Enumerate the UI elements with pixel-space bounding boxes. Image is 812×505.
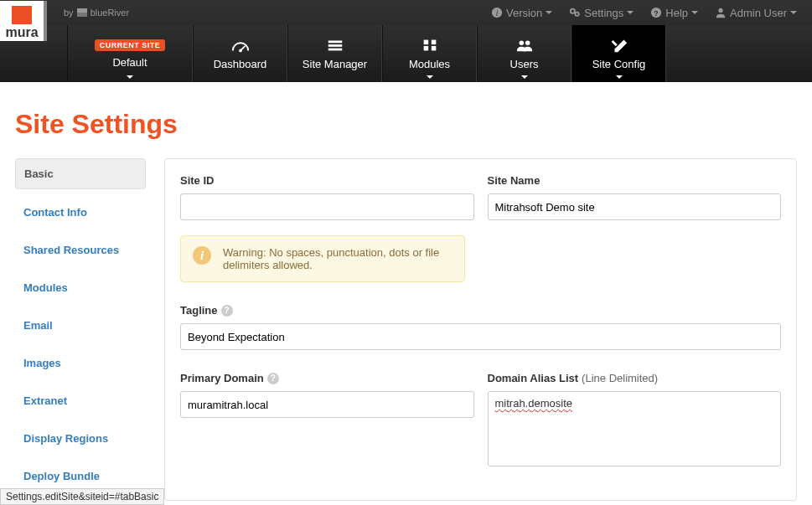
nav-item-site-config[interactable]: Site Config (572, 25, 666, 82)
info-icon: i (193, 246, 211, 265)
nav-label: Site Manager (303, 58, 367, 70)
help-icon[interactable]: ? (267, 373, 279, 384)
svg-rect-10 (328, 44, 342, 47)
svg-rect-13 (431, 39, 436, 44)
svg-text:i: i (496, 8, 499, 18)
svg-rect-15 (431, 45, 436, 50)
current-site-name: Default (112, 56, 147, 69)
blueriver-icon (77, 8, 87, 17)
caret-down-icon (691, 11, 698, 14)
nav-item-dashboard[interactable]: Dashboard (193, 25, 287, 82)
page-title: Site Settings (15, 109, 797, 140)
site-name-input[interactable] (488, 193, 782, 220)
by-label: by blueRiver (64, 8, 129, 18)
help-icon[interactable]: ? (221, 305, 233, 317)
tab-shared-resources[interactable]: Shared Resources (15, 235, 146, 265)
caret-down-icon (790, 11, 797, 14)
brand-logo[interactable]: mura (0, 1, 47, 41)
tab-display-regions[interactable]: Display Regions (15, 424, 146, 453)
caret-down-icon (616, 75, 623, 79)
svg-rect-12 (423, 39, 428, 44)
admin-user-menu[interactable]: Admin User (710, 3, 802, 23)
svg-rect-14 (423, 45, 428, 50)
main-nav: CURRENT SITE Default DashboardSite Manag… (0, 25, 812, 82)
current-site-badge: CURRENT SITE (95, 39, 166, 51)
logo-text: mura (5, 26, 38, 41)
warning-text: Warning: No spaces, punctuation, dots or… (223, 246, 453, 271)
tab-email[interactable]: Email (15, 311, 146, 340)
tab-extranet[interactable]: Extranet (15, 386, 146, 415)
svg-rect-9 (328, 40, 342, 43)
nav-label: Site Config (592, 58, 646, 70)
tab-modules[interactable]: Modules (15, 273, 146, 302)
svg-rect-18 (611, 40, 617, 46)
caret-down-icon (521, 75, 528, 79)
tagline-input[interactable] (180, 323, 781, 350)
current-site-switcher[interactable]: CURRENT SITE Default (67, 25, 193, 82)
info-icon: i (491, 7, 503, 18)
svg-point-16 (519, 40, 524, 45)
primary-domain-input[interactable] (180, 391, 474, 418)
svg-point-6 (718, 8, 722, 13)
logo-square (12, 6, 32, 24)
version-menu[interactable]: i Version (486, 3, 557, 23)
caret-down-icon (127, 75, 133, 79)
site-id-label: Site ID (180, 174, 474, 187)
nav-item-users[interactable]: Users (477, 25, 572, 82)
user-icon (715, 7, 727, 18)
status-bar: Settings.editSite&siteid=#tabBasic (0, 488, 164, 501)
tagline-label: Tagline ? (180, 304, 781, 317)
nav-label: Users (510, 58, 539, 70)
caret-down-icon (546, 11, 552, 14)
site-name-label: Site Name (488, 174, 782, 187)
domain-alias-textarea[interactable]: mitrah.demosite (488, 391, 782, 466)
tab-images[interactable]: Images (15, 348, 146, 378)
tab-contact-info[interactable]: Contact Info (15, 198, 146, 227)
tab-basic[interactable]: Basic (15, 158, 146, 189)
caret-down-icon (427, 75, 433, 79)
gears-icon (569, 7, 581, 18)
nav-label: Modules (409, 58, 450, 70)
config-icon (610, 38, 628, 53)
site-id-input[interactable] (180, 193, 474, 220)
modules-icon (421, 38, 439, 53)
primary-domain-label: Primary Domain ? (180, 372, 474, 384)
site-manager-icon (326, 38, 344, 53)
svg-text:?: ? (654, 9, 659, 18)
svg-rect-11 (328, 48, 342, 50)
svg-point-3 (576, 13, 579, 16)
nav-item-modules[interactable]: Modules (382, 25, 477, 82)
caret-down-icon (627, 11, 634, 14)
nav-label: Dashboard (214, 58, 267, 70)
settings-menu[interactable]: Settings (564, 3, 639, 23)
svg-line-8 (240, 45, 246, 50)
nav-item-site-manager[interactable]: Site Manager (287, 25, 382, 82)
top-bar: mura by blueRiver i Version Settings ? H… (0, 0, 812, 25)
help-icon: ? (650, 7, 662, 18)
users-icon (515, 38, 534, 53)
domain-alias-label: Domain Alias List (Line Delimited) (488, 372, 782, 384)
help-menu[interactable]: ? Help (645, 3, 703, 23)
dashboard-icon (231, 38, 250, 53)
tab-deploy-bundle[interactable]: Deploy Bundle (15, 461, 146, 491)
content-pane: Site ID i Warning: No spaces, punctuatio… (164, 158, 797, 501)
svg-point-17 (525, 40, 530, 45)
warning-box: i Warning: No spaces, punctuation, dots … (180, 235, 465, 282)
settings-tabs: BasicContact InfoShared ResourcesModules… (15, 158, 146, 491)
svg-point-2 (571, 9, 575, 13)
